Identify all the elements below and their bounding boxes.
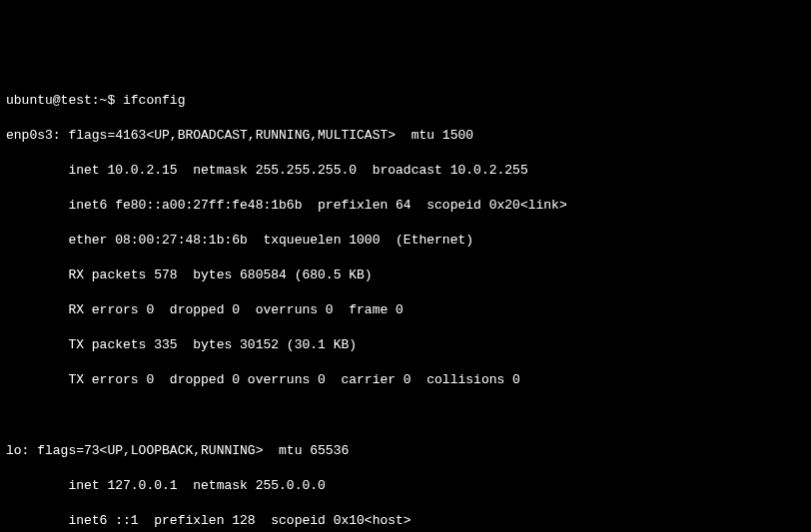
- ifconfig-enp0s3-txpackets: TX packets 335 bytes 30152 (30.1 KB): [6, 336, 805, 354]
- terminal-output[interactable]: ubuntu@test:~$ ifconfig enp0s3: flags=41…: [6, 74, 805, 532]
- ifconfig-lo-inet: inet 127.0.0.1 netmask 255.0.0.0: [6, 477, 805, 495]
- ifconfig-lo-header: lo: flags=73<UP,LOOPBACK,RUNNING> mtu 65…: [6, 442, 805, 460]
- ifconfig-enp0s3-txerrors: TX errors 0 dropped 0 overruns 0 carrier…: [6, 371, 805, 389]
- ifconfig-enp0s3-rxerrors: RX errors 0 dropped 0 overruns 0 frame 0: [6, 301, 805, 319]
- ifconfig-lo-inet6: inet6 ::1 prefixlen 128 scopeid 0x10<hos…: [6, 512, 805, 530]
- ifconfig-enp0s3-rxpackets: RX packets 578 bytes 680584 (680.5 KB): [6, 266, 805, 284]
- ifconfig-enp0s3-inet6: inet6 fe80::a00:27ff:fe48:1b6b prefixlen…: [6, 197, 805, 215]
- blank-line: [6, 407, 805, 425]
- shell-prompt-ifconfig: ubuntu@test:~$ ifconfig: [6, 92, 805, 110]
- ifconfig-enp0s3-header: enp0s3: flags=4163<UP,BROADCAST,RUNNING,…: [6, 127, 805, 145]
- ifconfig-enp0s3-ether: ether 08:00:27:48:1b:6b txqueuelen 1000 …: [6, 232, 805, 250]
- ifconfig-enp0s3-inet: inet 10.0.2.15 netmask 255.255.255.0 bro…: [6, 162, 805, 180]
